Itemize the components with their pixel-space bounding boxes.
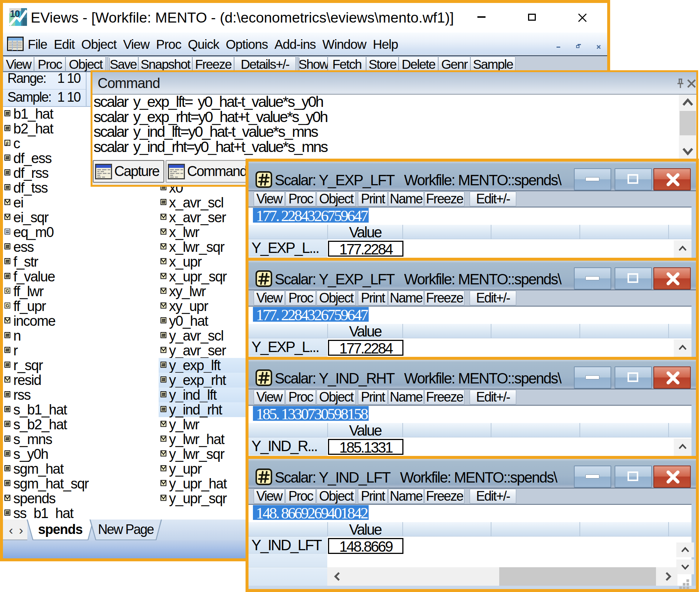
svg-text:G: G [6,303,9,308]
svg-text:G: G [6,288,9,294]
svg-text:β: β [6,141,9,146]
svg-text:10: 10 [10,9,20,19]
